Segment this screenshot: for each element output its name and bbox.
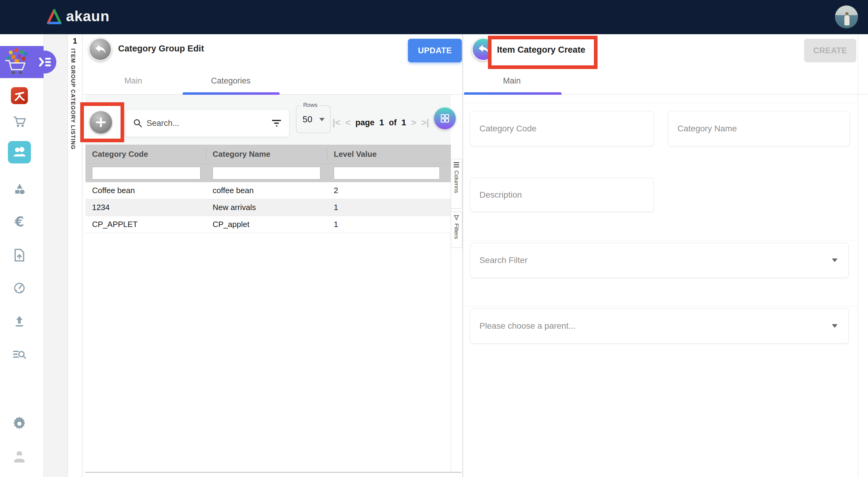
tab-main-left[interactable]: Main — [124, 76, 142, 86]
add-category-button[interactable] — [90, 111, 112, 134]
user-avatar[interactable] — [835, 5, 858, 29]
akaun-logo-icon — [45, 8, 63, 26]
pagination: |< < page 1 of 1 > >| — [333, 115, 429, 130]
euro-icon: € — [15, 215, 24, 229]
category-name-field[interactable]: Category Name — [668, 111, 850, 146]
create-button-disabled[interactable]: CREATE — [804, 39, 856, 62]
columns-icon — [454, 162, 459, 167]
sidebar-item-file-upload[interactable] — [12, 248, 27, 263]
category-code-field[interactable]: Category Code — [470, 111, 654, 146]
rows-per-page-select[interactable]: Rows 50 — [296, 105, 331, 133]
grid-icon — [439, 113, 451, 124]
sidebar-item-settings[interactable] — [12, 416, 27, 431]
right-panel-title: Item Category Create — [497, 45, 585, 55]
upload-icon — [13, 315, 26, 328]
dropdown-caret-icon — [832, 259, 838, 262]
column-header-category-code[interactable]: Category Code — [85, 149, 206, 159]
sidebar-item-contacts-active[interactable] — [8, 141, 31, 164]
columns-side-tab[interactable]: Columns — [451, 159, 462, 208]
back-arrow-icon — [94, 44, 106, 55]
shapes-icon — [13, 183, 26, 196]
current-page: 1 — [379, 118, 384, 128]
filter-sort-icon[interactable] — [271, 119, 282, 127]
open-drawer-icon — [39, 56, 52, 68]
column-header-category-name[interactable]: Category Name — [206, 149, 327, 159]
left-panel-title: Category Group Edit — [118, 43, 204, 54]
search-list-icon — [12, 348, 26, 361]
table-search-bar — [126, 109, 289, 137]
module-index: 1 — [67, 36, 82, 46]
rows-label: Rows — [301, 102, 320, 108]
table-row[interactable]: 1234 New arrivals 1 — [85, 199, 451, 216]
sidebar-item-finance[interactable]: € — [12, 214, 27, 229]
back-arrow-icon — [477, 44, 489, 55]
filter-input-category-name[interactable] — [213, 167, 320, 179]
dropdown-caret-icon — [832, 324, 838, 328]
funnel-icon — [454, 215, 460, 220]
rows-caret-icon — [319, 118, 325, 121]
rows-value: 50 — [303, 114, 312, 125]
module-label: ITEM GROUP CATEGORY LISTING — [70, 48, 76, 297]
first-page-button[interactable]: |< — [333, 117, 340, 128]
sidebar-item-upload[interactable] — [12, 314, 27, 329]
column-header-level-value[interactable]: Level Value — [327, 149, 451, 159]
sidebar-item-profile[interactable] — [12, 449, 27, 464]
person-icon — [13, 450, 26, 463]
of-word: of — [389, 118, 397, 128]
tab-main-right[interactable]: Main — [503, 76, 521, 86]
file-upload-icon — [13, 248, 26, 262]
shopping-cart-icon — [12, 115, 26, 128]
description-field[interactable]: Description — [470, 178, 654, 212]
sidebar-item-shapes[interactable] — [12, 182, 27, 197]
grid-view-button[interactable] — [434, 107, 456, 129]
filters-side-tab[interactable]: Filters — [451, 211, 462, 248]
filter-input-level-value[interactable] — [334, 167, 440, 179]
table-row[interactable]: CP_APPLET CP_applet 1 — [85, 216, 451, 233]
gear-icon — [12, 417, 26, 431]
search-filter-dropdown[interactable]: Search Filter — [470, 243, 848, 278]
prev-page-button[interactable]: < — [345, 117, 351, 128]
table-header-row: Category Code Category Name Level Value — [85, 145, 451, 164]
parent-category-dropdown[interactable]: Please choose a parent... — [470, 308, 848, 343]
next-page-button[interactable]: > — [411, 117, 416, 128]
plus-icon — [95, 116, 107, 128]
brand-name: akaun — [66, 8, 110, 25]
sidebar-collapse-button[interactable] — [33, 50, 56, 73]
last-page-button[interactable]: >| — [421, 117, 429, 128]
sidebar-item-audit-search[interactable] — [12, 347, 27, 362]
top-navbar: akaun — [0, 0, 868, 34]
table-filter-row — [85, 164, 451, 182]
active-tab-underline-left — [183, 92, 280, 95]
table-row[interactable]: Coffee bean coffee bean 2 — [85, 182, 451, 199]
cart-confetti-icon — [2, 47, 34, 77]
sidebar-item-timer[interactable] — [12, 281, 27, 296]
search-icon — [133, 118, 142, 128]
active-tab-underline-right — [464, 92, 561, 95]
sidebar-item-da-app[interactable] — [11, 87, 28, 104]
people-icon — [12, 146, 27, 158]
filter-input-category-code[interactable] — [92, 167, 200, 179]
search-input[interactable] — [147, 118, 267, 128]
back-button-left[interactable] — [89, 38, 112, 61]
total-pages: 1 — [402, 118, 406, 128]
right-panel-scrollbar[interactable] — [858, 34, 858, 477]
app-root: akaun — [0, 0, 868, 477]
page-word: page — [355, 118, 374, 128]
timer-icon — [13, 281, 26, 295]
da-character-icon — [13, 90, 26, 102]
update-button[interactable]: UPDATE — [408, 39, 462, 62]
sidebar-item-shopping-cart[interactable] — [12, 114, 27, 129]
tab-categories[interactable]: Categories — [211, 76, 251, 86]
